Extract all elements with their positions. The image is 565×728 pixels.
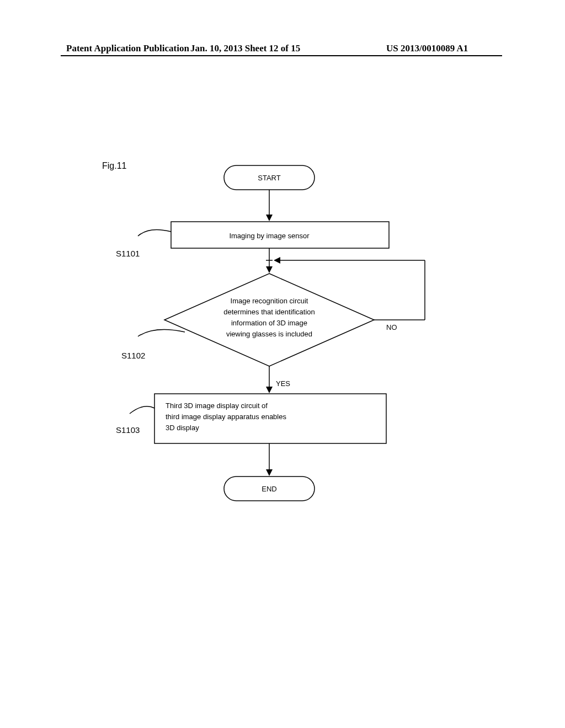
step1-lead — [138, 229, 171, 236]
header-publication: Patent Application Publication — [66, 43, 189, 54]
step2-label: S1102 — [121, 351, 145, 360]
step3-lead — [130, 406, 154, 414]
svg-text:Imaging  by image  sensor: Imaging by image sensor — [229, 232, 310, 240]
step1-label: S1101 — [116, 249, 140, 258]
header-rule — [61, 55, 502, 56]
svg-text:viewing glasses is included: viewing glasses is included — [226, 330, 312, 338]
svg-text:Image recognition circuit: Image recognition circuit — [231, 297, 308, 305]
step2-lead — [138, 330, 185, 337]
flowchart-figure: Fig.11 START Imaging by image sensor S11… — [94, 154, 480, 540]
svg-text:START: START — [258, 174, 280, 182]
no-label: NO — [386, 323, 397, 331]
step1-process: Imaging by image sensor — [171, 222, 389, 248]
figure-label: Fig.11 — [102, 161, 127, 170]
svg-text:Third 3D image  display  circu: Third 3D image display circuit of — [166, 402, 268, 410]
start-terminator: START — [224, 165, 315, 190]
header-patent-number: US 2013/0010089 A1 — [386, 43, 468, 54]
step3-label: S1103 — [116, 425, 140, 435]
svg-text:third image  display apparatus: third image display apparatus enables — [166, 413, 286, 421]
end-terminator: END — [224, 477, 315, 501]
svg-text:information of 3D image: information of 3D image — [231, 319, 307, 327]
step3-process: Third 3D image display circuit of third … — [154, 394, 386, 443]
svg-text:determines that identification: determines that identification — [223, 308, 315, 316]
yes-label: YES — [276, 379, 290, 388]
svg-text:END: END — [262, 485, 276, 493]
header-date-sheet: Jan. 10, 2013 Sheet 12 of 15 — [190, 43, 300, 54]
step2-decision: Image recognition circuit determines tha… — [164, 274, 374, 366]
svg-text:3D display: 3D display — [166, 424, 199, 432]
